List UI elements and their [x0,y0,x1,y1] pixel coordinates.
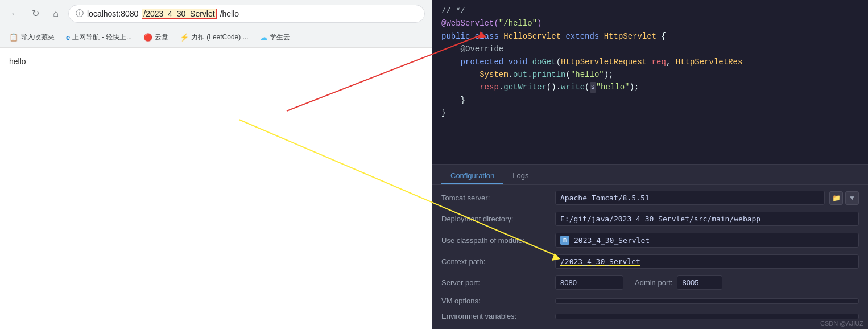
tab-logs[interactable]: Logs [503,168,538,184]
code-writer-badge: s [590,82,596,93]
code-kw-public: public [441,30,475,43]
bookmark-student-icon: ☁ [260,33,267,42]
address-bar[interactable]: ⓘ localhost:8080/2023_4_30_Servlet/hello [68,5,425,23]
home-button[interactable]: ⌂ [48,6,64,22]
bookmark-import-label: 导入收藏夹 [20,32,55,42]
label-deploy: Deployment directory: [441,215,555,223]
code-inner-brace: } [441,94,465,106]
admin-port-value: 8005 [677,275,722,290]
code-println: println [532,68,566,81]
code-line-1: // */ [441,5,859,17]
code-resp-var: resp [480,81,499,93]
code-paren3: ); [604,68,614,81]
tomcat-folder-btn[interactable]: 📁 [829,191,843,205]
info-icon: ⓘ [76,9,84,19]
env-value [555,314,859,319]
config-row-vm: VM options: [432,293,868,309]
config-row-classpath: Use classpath of module: m 2023_4_30_Ser… [432,229,868,251]
browser-content: hello [0,48,432,329]
url-suffix: /hello [220,9,239,18]
code-line-8: } [441,94,859,106]
code-override: @Override [441,43,503,55]
forward-button[interactable]: ↻ [27,6,43,22]
code-line-6: System.out.println("hello"); [441,68,859,81]
config-row-deploy: Deployment directory: E:/git/java/2023_4… [432,208,868,229]
code-annotation-close: ) [537,17,542,30]
code-paren2: ( [565,68,570,81]
bookmark-edge-icon: e [66,33,70,42]
bookmark-cloud[interactable]: 🔴 云盘 [139,31,173,43]
tomcat-server-value: Apache Tomcat/8.5.51 [555,191,825,205]
back-button[interactable]: ← [7,6,23,22]
bookmark-import[interactable]: 📋 导入收藏夹 [5,31,59,43]
bookmark-import-icon: 📋 [9,33,18,42]
code-annotation-webservlet: @WebServlet( [441,17,499,30]
code-protected [441,56,461,68]
code-paren-open: ( [556,56,561,68]
bookmark-student[interactable]: ☁ 学生云 [255,31,295,43]
tab-configuration[interactable]: Configuration [441,168,503,184]
code-line-7: resp.getWriter().write(s"hello"); [441,81,859,93]
config-row-env: Environment variables: [432,309,868,324]
bookmark-lc-icon: ⚡ [180,33,189,42]
vm-options-value [555,298,859,304]
code-paren6: ); [630,81,639,93]
tomcat-actions: 📁 ▼ [829,191,859,205]
bookmark-nav[interactable]: e 上网导航 - 轻快上... [61,31,137,43]
config-body: Tomcat server: Apache Tomcat/8.5.51 📁 ▼ … [432,185,868,329]
code-param-resp-type: HttpServletRes [676,56,743,68]
code-line-4: @Override [441,43,859,55]
deploy-value: E:/git/java/2023_4_30_Servlet/src/main/w… [555,212,859,226]
code-getwriter: getWriter [503,81,547,93]
bookmark-cloud-icon: 🔴 [143,33,152,42]
code-line-5: protected void doGet(HttpServletRequest … [441,56,859,68]
browser-panel: ← ↻ ⌂ ⓘ localhost:8080/2023_4_30_Servlet… [0,0,432,329]
code-system [441,68,480,81]
code-brace-open: { [662,30,666,43]
code-write-method: write [561,81,585,93]
code-parent-class: HttpServlet [604,30,662,43]
code-kw-class: class [475,30,503,43]
bookmark-leetcode[interactable]: ⚡ 力扣 (LeetCode) ... [175,31,253,43]
label-tomcat: Tomcat server: [441,194,555,202]
tomcat-value-container: Apache Tomcat/8.5.51 📁 ▼ [555,191,859,205]
url-path-highlight: /2023_4_30_Servlet [142,9,216,19]
code-system-class: System [480,68,508,81]
code-line-3: public class HelloServlet extends HttpSe… [441,30,859,43]
label-classpath: Use classpath of module: [441,236,555,245]
code-hello-str2: "hello" [596,81,630,93]
bookmark-cloud-label: 云盘 [155,32,168,42]
bookmark-nav-label: 上网导航 - 轻快上... [72,32,132,42]
bookmarks-bar: 📋 导入收藏夹 e 上网导航 - 轻快上... 🔴 云盘 ⚡ 力扣 (LeetC… [0,27,432,48]
classpath-value: m 2023_4_30_Servlet [555,233,859,248]
code-method-doget: doGet [532,56,556,68]
code-param-req: req [652,56,666,68]
config-panel: Configuration Logs Tomcat server: Apache… [432,164,868,329]
csdn-watermark: CSDN @AJIUZ [820,320,863,327]
browser-toolbar: ← ↻ ⌂ ⓘ localhost:8080/2023_4_30_Servlet… [0,0,432,27]
module-name: 2023_4_30_Servlet [574,236,650,245]
label-admin-port: Admin port: [635,278,672,287]
code-param-req-type: HttpServletRequest [561,56,652,68]
code-comment: // */ [441,5,465,17]
label-server-port: Server port: [441,278,555,287]
config-row-context: Context path: /2023_4_30_Servlet [432,251,868,272]
code-outer-brace: } [441,106,446,119]
tomcat-dropdown-btn[interactable]: ▼ [845,191,859,205]
url-prefix: localhost:8080 [87,9,138,18]
code-line-2: @WebServlet("/hello") [441,17,859,30]
server-port-value: 8080 [555,275,623,290]
ide-panel: // */ @WebServlet("/hello") public class… [432,0,868,329]
code-resp [441,81,480,93]
page-content-hello: hello [9,57,26,66]
code-dot2: . [527,68,532,81]
label-vm: VM options: [441,297,555,305]
code-kw-extends: extends [565,30,604,43]
config-row-tomcat: Tomcat server: Apache Tomcat/8.5.51 📁 ▼ [432,187,868,208]
module-icon: m [560,236,569,245]
code-string-hello: "/hello" [499,17,537,30]
code-paren4: (). [547,81,561,93]
config-tabs: Configuration Logs [432,164,868,185]
label-context: Context path: [441,257,555,266]
code-comma: , [666,56,676,68]
